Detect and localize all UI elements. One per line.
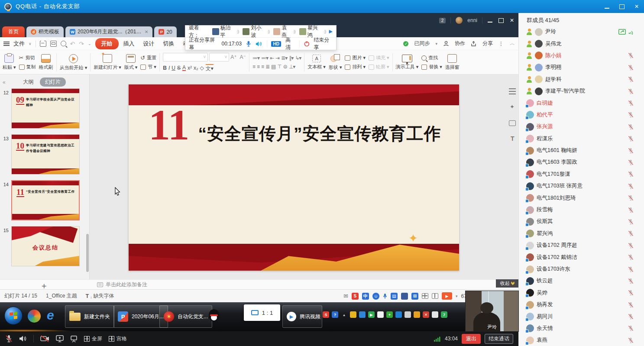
font-increase-button[interactable]: A⁺ xyxy=(230,54,236,60)
reading-view-icon[interactable] xyxy=(432,293,438,299)
slide-thumbnail-item[interactable]: 15 会议总结 会议总结 xyxy=(0,226,89,266)
redo-icon[interactable]: ↷ xyxy=(79,40,84,47)
end-call-button[interactable]: 结束通话 xyxy=(485,334,513,344)
member-row[interactable]: 张兴源 xyxy=(519,121,644,133)
italic-button[interactable]: I xyxy=(168,65,170,71)
thumbnail-scrollbar[interactable] xyxy=(86,234,89,272)
minimize-button[interactable] xyxy=(604,4,610,9)
new-slide-button[interactable]: 新建幻灯片 ▾ xyxy=(94,54,121,71)
more-menu-icon[interactable]: ⋮ xyxy=(498,41,504,47)
member-row[interactable]: 程潇乐 xyxy=(519,133,644,145)
slide-thumbnail[interactable]: 10 学习研讨党建与宣传思想政治工作专题会议精神 学习研讨党建与宣传思想政治工作… xyxy=(11,134,80,175)
keyboard-icon[interactable]: ▤ xyxy=(391,293,398,300)
wps-restore-button[interactable] xyxy=(498,18,504,23)
align-center-button[interactable]: ≡ xyxy=(257,64,259,70)
exit-button[interactable]: 退出 xyxy=(462,334,481,344)
underline-button[interactable]: U xyxy=(172,65,175,71)
selection-pane-button[interactable]: 选择窗 xyxy=(445,54,460,71)
toolbox-icon[interactable]: ⊞ xyxy=(411,293,418,300)
tray-icon[interactable] xyxy=(414,311,420,318)
arrange-button[interactable]: 排列 ▾ xyxy=(345,64,366,70)
tray-icon[interactable] xyxy=(395,311,402,318)
member-row[interactable]: 柏代平 xyxy=(519,109,644,121)
normal-view-icon[interactable] xyxy=(422,293,428,299)
share-screen-icon[interactable] xyxy=(56,335,64,342)
font-size-select[interactable]: ˅ xyxy=(209,53,229,61)
aspect-ratio-popup[interactable]: 1 : 1 xyxy=(244,304,280,321)
text-pane-icon[interactable] xyxy=(509,136,516,142)
wps-minimize-button[interactable] xyxy=(487,18,493,23)
indent-increase-button[interactable]: ⇥ xyxy=(275,55,279,61)
collaborate-label[interactable]: 协作 xyxy=(455,40,465,47)
fullscreen-button[interactable]: 全屏 xyxy=(84,335,102,343)
play-from-current-button[interactable]: 从当前开始 ▾ xyxy=(60,54,87,71)
camera-muted-icon[interactable] xyxy=(40,335,49,342)
member-row[interactable]: 陈小娟 xyxy=(519,50,644,61)
member-row[interactable]: 电气1601 鞠纯妍 xyxy=(519,145,644,156)
tab-overflow-badge[interactable]: 2 xyxy=(439,18,446,23)
font-name-select[interactable]: ˅ xyxy=(163,53,208,61)
member-row[interactable]: 杨再发 xyxy=(519,299,644,310)
distribute-button[interactable]: ▤ xyxy=(271,64,275,70)
object-pane-icon[interactable] xyxy=(509,120,516,126)
member-row[interactable]: 电气1703班 张芮意 xyxy=(519,180,644,192)
font-color-button[interactable]: A xyxy=(182,65,186,71)
member-row[interactable]: 尹玲 xyxy=(519,26,644,38)
voice-input-icon[interactable] xyxy=(383,293,387,299)
input-lang-icon[interactable]: 中 xyxy=(362,293,369,300)
missing-font-item[interactable]: T↓ 缺失字体 xyxy=(86,292,114,300)
print-preview-icon[interactable] xyxy=(61,41,66,46)
undo-icon[interactable]: ↶ xyxy=(70,40,75,47)
save-icon[interactable] xyxy=(40,41,46,47)
bold-button[interactable]: B xyxy=(163,65,167,71)
member-row[interactable]: 电气1801刘思琦 xyxy=(519,192,644,204)
emoji-input-icon[interactable]: ☺ xyxy=(372,293,379,300)
tencent-video-button[interactable]: ▶ 腾讯视频 xyxy=(282,305,322,328)
webcam-preview[interactable]: 尹玲 xyxy=(466,291,518,331)
align-middle-button[interactable]: ⊜ xyxy=(283,64,287,70)
document-tab[interactable]: d W P 20 ✕ xyxy=(154,26,176,37)
textbox-button[interactable]: A文本框 ▾ xyxy=(307,55,326,70)
menu-tab[interactable]: 插入 xyxy=(120,39,139,49)
collapse-overlay-button[interactable]: 收起 xyxy=(496,279,518,288)
align-bottom-button[interactable]: ⊥▾ xyxy=(289,64,295,70)
document-tab[interactable]: d W P 稻壳模板 ✕ xyxy=(26,26,64,37)
qq-taskbar-icon[interactable] xyxy=(209,309,219,321)
skin-icon[interactable] xyxy=(401,293,408,300)
slide-thumbnail[interactable]: 会议总结 会议总结 xyxy=(11,226,80,266)
format-painter-button[interactable]: 格式刷 xyxy=(39,54,53,71)
text-direction-button[interactable]: ↳▾ xyxy=(295,55,301,61)
menu-tab[interactable]: 设计 xyxy=(139,39,159,49)
member-row[interactable]: 白玥婕 xyxy=(519,97,644,109)
effects-pane-icon[interactable] xyxy=(509,104,516,110)
member-row[interactable]: 设备1702 戴锦洁 xyxy=(519,251,644,263)
align-top-button[interactable]: ⊤ xyxy=(277,64,281,70)
indent-decrease-button[interactable]: ⇤ xyxy=(270,55,274,61)
collapse-ribbon-icon[interactable]: ︿ xyxy=(510,40,515,47)
end-share-button[interactable]: 结束分享 xyxy=(314,36,333,51)
tray-icon[interactable]: ? xyxy=(332,311,338,318)
taskbar-app-button[interactable]: P ✶ 自动化党支... xyxy=(159,305,212,328)
slide-thumbnail-item[interactable]: 12 09 学习研讨学校全面从严治党会议精神 学习研讨学校全面从严治党会议精神 xyxy=(0,88,89,129)
subscript-button[interactable]: x₂ xyxy=(194,65,198,71)
notes-placeholder[interactable]: 单击此处添加备注 xyxy=(106,281,147,288)
reset-button[interactable]: ↺重置 xyxy=(140,55,156,61)
synced-label[interactable]: 已同步 xyxy=(414,40,430,47)
align-left-button[interactable]: ≡ xyxy=(252,64,255,70)
font-decrease-button[interactable]: A⁻ xyxy=(240,54,246,60)
member-row[interactable]: 设备1702 周序超 xyxy=(519,239,644,251)
more-viewers-arrow[interactable]: ▶ xyxy=(329,29,333,34)
member-row[interactable]: 易同川 xyxy=(519,310,644,322)
section-button[interactable]: 节 ▾ xyxy=(140,64,156,70)
tray-icon[interactable] xyxy=(377,311,384,318)
member-row[interactable]: 袁燕 xyxy=(519,334,644,346)
numbering-button[interactable]: ≕▾ xyxy=(261,55,268,61)
print-icon[interactable] xyxy=(50,41,57,47)
tray-icon[interactable]: ✕ xyxy=(423,311,429,318)
start-button[interactable] xyxy=(4,307,23,325)
presentation-tools-button[interactable]: 演示工具 ▾ xyxy=(396,55,419,70)
member-row[interactable]: 设备1703许东 xyxy=(519,263,644,275)
hd-label[interactable]: 高清 xyxy=(285,36,295,51)
member-row[interactable]: 侯斯其 xyxy=(519,216,644,227)
align-right-button[interactable]: ≡ xyxy=(261,64,264,70)
